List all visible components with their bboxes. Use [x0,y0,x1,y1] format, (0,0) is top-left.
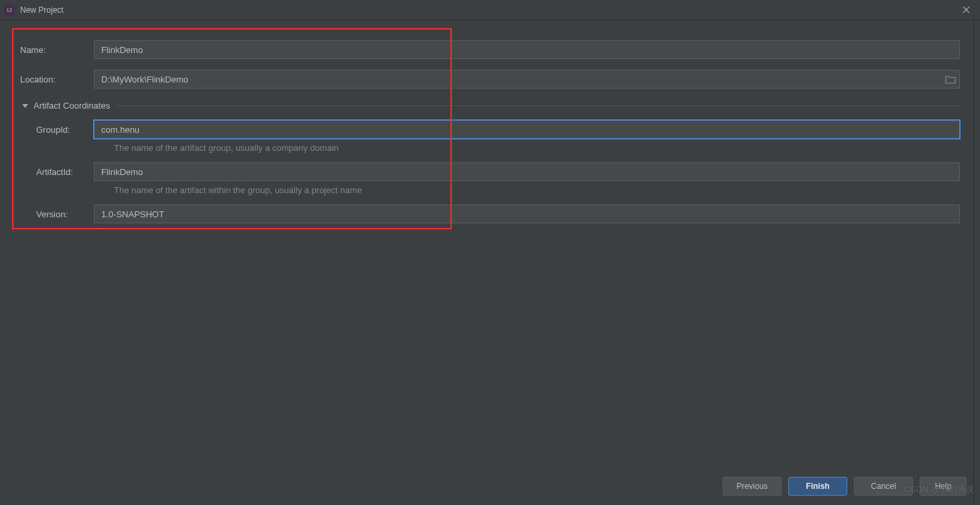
svg-text:IJ: IJ [7,7,12,13]
artifactid-input[interactable] [94,162,960,181]
label-version: Version: [20,209,94,219]
artifact-coordinates-toggle[interactable]: Artifact Coordinates [20,101,960,111]
groupid-input[interactable] [94,120,960,139]
chevron-down-icon [20,101,29,111]
previous-button[interactable]: Previous [723,477,782,496]
location-input[interactable] [94,70,960,89]
close-icon[interactable] [956,0,976,20]
cancel-button[interactable]: Cancel [854,477,913,496]
app-logo-icon: IJ [4,5,15,15]
form-area: Name: Location: Artifact Coordinates Gro… [0,20,980,223]
row-location: Location: [20,70,960,89]
artifact-coordinates-label: Artifact Coordinates [34,101,110,111]
right-gutter [973,20,980,505]
hint-groupid: The name of the artifact group, usually … [114,143,960,153]
title-bar: IJ New Project [0,0,980,20]
dialog-footer: Previous Finish Cancel Help [723,477,967,496]
label-name: Name: [20,45,94,55]
row-version: Version: [20,205,960,223]
help-button[interactable]: Help [920,477,967,496]
hint-artifactid: The name of the artifact within the grou… [114,185,960,195]
row-groupid: GroupId: [20,120,960,139]
browse-folder-icon[interactable] [944,72,957,86]
section-divider [117,105,960,106]
label-groupid: GroupId: [20,125,94,135]
window-title: New Project [20,5,64,15]
label-location: Location: [20,74,94,85]
row-artifactid: ArtifactId: [20,162,960,181]
name-input[interactable] [94,40,960,59]
row-name: Name: [20,40,960,59]
finish-button[interactable]: Finish [788,477,847,496]
version-input[interactable] [94,205,960,223]
label-artifactid: ArtifactId: [20,167,94,177]
